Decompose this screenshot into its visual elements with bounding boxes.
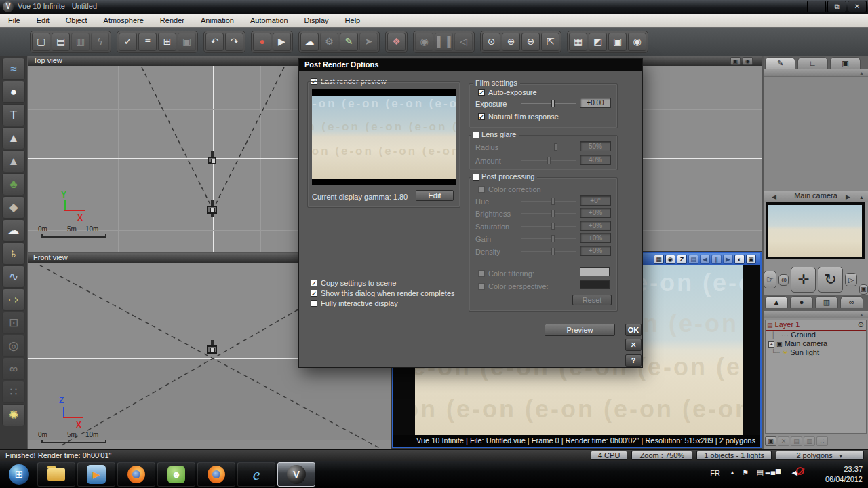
layer-option-button[interactable]: ∷ bbox=[816, 436, 828, 446]
fit-view-button[interactable]: ⇱ bbox=[541, 33, 559, 51]
new-file-button[interactable]: ▢ bbox=[32, 33, 50, 51]
tab-numerics[interactable]: ▣ bbox=[830, 57, 861, 69]
collapse-camera-icon[interactable]: ▲ bbox=[859, 192, 864, 202]
menu-animation[interactable]: Animation bbox=[193, 16, 242, 24]
save-render-button[interactable]: ▣ bbox=[746, 255, 756, 264]
cpu-indicator[interactable]: 4 CPU bbox=[591, 451, 627, 460]
render-camera-button[interactable]: ◉ bbox=[628, 33, 646, 51]
radius-slider[interactable] bbox=[521, 143, 576, 151]
next-frame-button[interactable]: ▶ bbox=[723, 255, 733, 264]
restore-button[interactable]: ⧉ bbox=[827, 1, 846, 12]
color-perspective-checkbox[interactable] bbox=[478, 283, 485, 290]
object-options-button[interactable]: ⚙ bbox=[320, 33, 338, 51]
menu-help[interactable]: Help bbox=[337, 16, 369, 24]
render-play-button[interactable]: ▶ bbox=[273, 33, 291, 51]
volume-muted-icon[interactable]: ◀ bbox=[792, 468, 797, 477]
paste-button[interactable]: ▣ bbox=[178, 33, 196, 51]
minimize-button[interactable]: — bbox=[807, 1, 826, 12]
tab-materials[interactable]: ● bbox=[790, 296, 813, 308]
color-palette-button[interactable]: ❖ bbox=[387, 33, 406, 51]
zoom-in-button[interactable]: ⊕ bbox=[502, 33, 520, 51]
blob-button[interactable]: ∞ bbox=[2, 358, 25, 380]
summary-button[interactable]: ≡ bbox=[138, 33, 157, 51]
animation-button[interactable]: ▦ bbox=[569, 33, 587, 51]
clipboard-tray-icon[interactable]: ▤ bbox=[757, 468, 764, 477]
exposure-value[interactable]: +0.00 bbox=[580, 98, 611, 108]
close-button[interactable]: ✕ bbox=[848, 1, 867, 12]
list-item-ground[interactable]: ┊┈ ⋯ Ground bbox=[766, 331, 866, 339]
world-view-icon[interactable]: ◉ bbox=[743, 57, 753, 65]
zoom-out-button[interactable]: ⊖ bbox=[521, 33, 540, 51]
alpha-channel-button[interactable]: ◉ bbox=[665, 255, 675, 264]
taskbar-item-messenger[interactable]: ☻ bbox=[157, 462, 195, 487]
zbuffer-button[interactable]: Z bbox=[677, 255, 687, 264]
menu-render[interactable]: Render bbox=[152, 16, 193, 24]
natural-film-response-checkbox[interactable]: ✓ bbox=[478, 113, 485, 120]
expand-icon[interactable]: + bbox=[768, 341, 774, 348]
save-view-button[interactable]: ▣ bbox=[859, 284, 868, 295]
select-object-button[interactable]: ◉ bbox=[415, 33, 433, 51]
layer-option-button[interactable]: ▤ bbox=[791, 436, 802, 446]
redo-button[interactable]: ↷ bbox=[225, 33, 243, 51]
save-file-button[interactable]: ▥ bbox=[71, 33, 90, 51]
saturation-slider[interactable] bbox=[521, 222, 576, 231]
polygons-indicator[interactable]: 2 polygons▼ bbox=[776, 451, 864, 460]
tab-library[interactable]: ▥ bbox=[815, 296, 838, 308]
network-icon[interactable]: ▂▄▆ bbox=[766, 468, 781, 474]
start-button[interactable]: ⊞ bbox=[3, 462, 35, 487]
menu-automation[interactable]: Automation bbox=[242, 16, 296, 24]
layer-row[interactable]: ▤ Layer 1 ⊙ bbox=[766, 320, 866, 331]
metaball-button[interactable]: ◎ bbox=[2, 335, 25, 357]
tray-expand-icon[interactable]: ▲ bbox=[730, 470, 735, 476]
color-correction-checkbox[interactable] bbox=[478, 186, 485, 193]
menu-display[interactable]: Display bbox=[296, 16, 337, 24]
material-editor-button[interactable]: ✎ bbox=[340, 33, 358, 51]
pause-button[interactable]: ∥ bbox=[711, 255, 722, 264]
auto-exposure-checkbox[interactable]: ✓ bbox=[478, 89, 485, 96]
taskbar-item-internet-explorer[interactable]: e bbox=[237, 462, 275, 487]
camera-preview[interactable] bbox=[766, 202, 865, 259]
sun-light-gizmo[interactable] bbox=[208, 151, 216, 164]
color-filtering-swatch[interactable] bbox=[580, 267, 610, 276]
copy-button[interactable]: ⊞ bbox=[158, 33, 176, 51]
show-dialog-checkbox[interactable]: ✓ bbox=[311, 290, 317, 297]
color-filtering-checkbox[interactable] bbox=[478, 270, 485, 277]
delete-layer-button[interactable]: ✕ bbox=[778, 436, 789, 446]
add-rock-button[interactable]: ◆ bbox=[2, 196, 25, 219]
render-button[interactable]: ● bbox=[253, 33, 271, 51]
menu-atmosphere[interactable]: Atmosphere bbox=[96, 16, 152, 24]
tab-paint[interactable]: ✎ bbox=[765, 57, 795, 69]
language-indicator[interactable]: FR bbox=[710, 469, 720, 477]
add-water-button[interactable]: ≈ bbox=[2, 58, 25, 80]
preview-button[interactable]: Preview bbox=[545, 324, 615, 336]
tab-links[interactable]: ∞ bbox=[840, 296, 863, 308]
prev-frame-button[interactable]: ◀ bbox=[700, 255, 710, 264]
clock[interactable]: 23:37 06/04/2012 bbox=[825, 464, 863, 485]
timeline-button[interactable]: ◩ bbox=[589, 33, 607, 51]
hue-slider[interactable] bbox=[521, 197, 576, 206]
taskbar-item-firefox[interactable] bbox=[117, 462, 155, 487]
quick-render-button[interactable]: ϟ bbox=[91, 33, 109, 51]
cancel-button[interactable]: ✕ bbox=[625, 339, 642, 351]
add-planet-button[interactable]: ♄ bbox=[2, 242, 25, 265]
add-curve-button[interactable]: ∿ bbox=[2, 265, 25, 288]
validate-button[interactable]: ✓ bbox=[119, 33, 137, 51]
add-vegetation-button[interactable]: ♣ bbox=[2, 173, 25, 195]
action-center-icon[interactable]: ⚑ bbox=[742, 468, 749, 477]
import-object-button[interactable]: ⇨ bbox=[2, 288, 25, 311]
add-text-button[interactable]: T bbox=[2, 104, 25, 126]
prev-camera-icon[interactable]: ◀ bbox=[772, 192, 776, 202]
move-pad-button[interactable]: ✛ bbox=[791, 267, 816, 293]
camera-selector-label[interactable]: Main camera bbox=[794, 191, 837, 200]
new-layer-button[interactable]: ▣ bbox=[765, 436, 776, 446]
collapse-bar[interactable]: ▲ bbox=[764, 311, 868, 318]
add-sphere-button[interactable]: ● bbox=[2, 81, 25, 103]
atmosphere-editor-button[interactable]: ☁ bbox=[300, 33, 319, 51]
add-light-button[interactable]: ✺ bbox=[2, 404, 25, 426]
help-button[interactable]: ? bbox=[625, 354, 642, 367]
exposure-slider[interactable] bbox=[521, 99, 576, 108]
brightness-slider[interactable] bbox=[521, 209, 576, 218]
undo-button[interactable]: ↶ bbox=[205, 33, 224, 51]
density-slider[interactable] bbox=[521, 247, 576, 256]
dialog-title[interactable]: Post Render Options bbox=[299, 59, 642, 71]
